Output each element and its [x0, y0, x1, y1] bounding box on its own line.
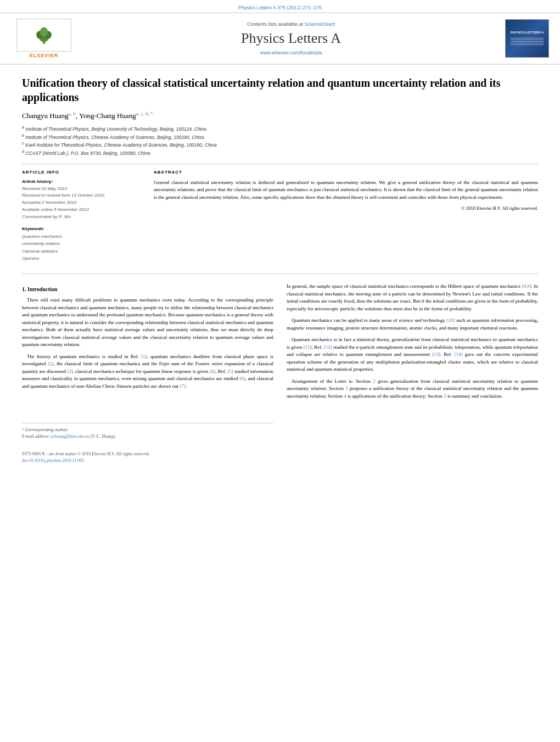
affiliations: a Institute of Theoretical Physics, Beij… [22, 125, 538, 157]
divider-body [22, 274, 538, 274]
body-col-right: In general, the sample space of classica… [287, 283, 538, 464]
journal-title: Physics Letters A [88, 30, 494, 47]
abstract-copyright: © 2010 Elsevier B.V. All rights reserved… [154, 205, 538, 211]
ref-1[interactable]: [1] [141, 354, 147, 359]
keywords-block: Keywords: Quantum mechanics Uncertainty … [22, 226, 143, 263]
ref-11[interactable]: [11] [304, 344, 312, 350]
svg-point-4 [40, 27, 48, 36]
body-para-5: Quantum mechanics is in fact a statistic… [287, 336, 538, 373]
affiliation-c: c Kavli Institute for Theoretical Physic… [22, 141, 538, 149]
author1-sup: a, b [69, 111, 76, 116]
body-para-1: There still exist many difficult problem… [22, 297, 273, 349]
journal-reference: Physics Letters A 375 (2011) 271–275 [238, 5, 322, 10]
logo-box [16, 19, 71, 52]
affiliation-a: a Institute of Theoretical Physics, Beij… [22, 125, 538, 133]
article-history-block: Article history: Received 20 May 2010 Re… [22, 179, 143, 221]
abstract-col: ABSTRACT General classical statistical u… [154, 170, 538, 268]
ref-12[interactable]: [12] [324, 344, 332, 350]
article-title: Unification theory of classical statisti… [22, 76, 538, 104]
ref-2[interactable]: [2] [48, 361, 54, 366]
received-date: Received 20 May 2010 [22, 186, 143, 193]
elsevier-label: ELSEVIER [30, 53, 59, 58]
keyword-3: Classical statistics [22, 248, 143, 255]
body-para-2: The history of quantum mechanics is stud… [22, 353, 273, 390]
body-content: 1. Introduction There still exist many d… [22, 283, 538, 464]
star-note: * Corresponding author. [22, 427, 273, 433]
authors-line: Changyu Huanga, b, Yong-Chang Huanga, c,… [22, 111, 538, 120]
page: Physics Letters A 375 (2011) 271–275 ELS… [0, 0, 560, 742]
ref-14[interactable]: [14] [455, 352, 463, 357]
history-title: Article history: [22, 179, 143, 184]
abstract-text: General classical statistical uncertaint… [154, 179, 538, 202]
cover-title: PHYSICS LETTERS A [510, 31, 544, 35]
ref-8-9[interactable]: [8,9] [522, 283, 531, 289]
abstract-label: ABSTRACT [154, 170, 538, 175]
sciencedirect-label: Contents lists available at ScienceDirec… [88, 21, 494, 27]
top-bar: Physics Letters A 375 (2011) 271–275 [0, 0, 560, 13]
journal-url: www.elsevier.com/locate/pla [88, 50, 494, 55]
copyright-footnote: 0375-9601/$ – see front matter © 2010 El… [22, 451, 273, 458]
main-content: Unification theory of classical statisti… [0, 65, 560, 475]
revised-date: Received in revised form 13 October 2010 [22, 192, 143, 199]
body-para-4: Quantum mechanics can be applied to many… [287, 317, 538, 332]
affiliation-b: b Institute of Theoretical Physics, Chin… [22, 133, 538, 141]
email-line: E-mail address: ychuang@bjut.edu.cn (Y.-… [22, 433, 273, 440]
keyword-4: Operator [22, 255, 143, 263]
ref-13[interactable]: [13] [432, 352, 440, 357]
ref-4[interactable]: [4] [210, 369, 216, 374]
keyword-2: Uncertainty relation [22, 240, 143, 248]
ref-sec2[interactable]: 2 [373, 378, 376, 384]
ref-3[interactable]: [3] [67, 369, 73, 374]
body-para-3: In general, the sample space of classica… [287, 283, 538, 313]
ref-10[interactable]: [10] [446, 317, 455, 323]
available-date: Available online 5 November 2010 [22, 207, 143, 214]
ref-sec5[interactable]: 5 [444, 393, 446, 399]
publisher-header: ELSEVIER Contents lists available at Sci… [0, 13, 560, 65]
author2-name: , Yong-Chang Huang [76, 111, 136, 120]
ref-sec3[interactable]: 3 [345, 386, 348, 391]
header-center: Contents lists available at ScienceDirec… [77, 21, 505, 55]
author1-name: Changyu Huang [22, 111, 69, 120]
elsevier-tree-icon [33, 26, 55, 45]
accepted-date: Accepted 2 November 2010 [22, 199, 143, 207]
elsevier-logo: ELSEVIER [11, 19, 77, 58]
affiliation-d: d CCAST (World Lab.), P.O. Box 8730, Bei… [22, 149, 538, 157]
ref-6[interactable]: [6] [239, 376, 245, 381]
keyword-1: Quantum mechanics [22, 233, 143, 241]
ref-7[interactable]: [7] [180, 383, 186, 389]
keywords-label: Keywords: [22, 226, 143, 231]
article-info-col: ARTICLE INFO Article history: Received 2… [22, 170, 143, 268]
body-col-left: 1. Introduction There still exist many d… [22, 283, 273, 464]
ref-5[interactable]: [5] [227, 369, 233, 374]
footnote-section: * Corresponding author. E-mail address: … [22, 423, 273, 464]
section1-heading: 1. Introduction [22, 285, 273, 293]
ref-sec4[interactable]: 4 [344, 393, 346, 399]
info-abstract-section: ARTICLE INFO Article history: Received 2… [22, 170, 538, 268]
body-para-6: Arrangement of the Letter is: Section 2 … [287, 378, 538, 400]
divider-top [22, 164, 538, 164]
author2-sup: a, c, d, * [136, 111, 153, 116]
journal-cover: PHYSICS LETTERS A [505, 19, 549, 58]
article-info-label: ARTICLE INFO [22, 170, 143, 175]
communicated-by: Communicated by R. Wu [22, 214, 143, 221]
doi-link[interactable]: doi:10.1016/j.physleta.2010.11.005 [22, 458, 273, 464]
